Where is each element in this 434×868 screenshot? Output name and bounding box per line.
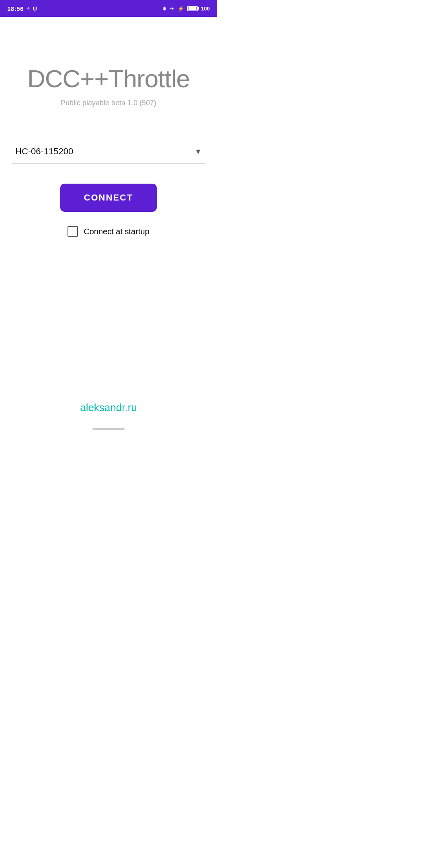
device-selector[interactable]: HC-06-115200: [12, 139, 205, 164]
status-bar: 18:56 ⌖ ψ ✱ ✈ ⚡ 100: [0, 0, 217, 17]
status-bar-right: ✱ ✈ ⚡ 100: [162, 6, 210, 12]
airplane-icon: ✈: [170, 6, 174, 12]
app-title: DCC++Throttle: [19, 65, 198, 92]
connect-button[interactable]: CONNECT: [60, 184, 157, 212]
person-icon: ⌖: [27, 5, 30, 12]
footer-link[interactable]: aleksandr.ru: [80, 401, 137, 414]
home-indicator: [92, 428, 125, 430]
connect-at-startup-label: Connect at startup: [84, 227, 149, 236]
bolt-icon: ⚡: [178, 6, 184, 12]
status-time: 18:56: [7, 5, 24, 12]
usb-icon: ψ: [33, 5, 37, 12]
status-bar-left: 18:56 ⌖ ψ: [7, 5, 37, 12]
battery-icon: [187, 6, 198, 11]
device-selector-container: HC-06-115200 ▼: [12, 139, 205, 164]
app-subtitle: Public playable beta 1.0 (507): [61, 99, 156, 107]
battery-percent: 100: [201, 6, 210, 12]
main-content: DCC++Throttle Public playable beta 1.0 (…: [0, 17, 217, 237]
bluetooth-icon: ✱: [162, 6, 167, 12]
footer: aleksandr.ru: [0, 401, 217, 414]
checkbox-row: Connect at startup: [68, 226, 149, 237]
connect-at-startup-checkbox[interactable]: [68, 226, 78, 237]
